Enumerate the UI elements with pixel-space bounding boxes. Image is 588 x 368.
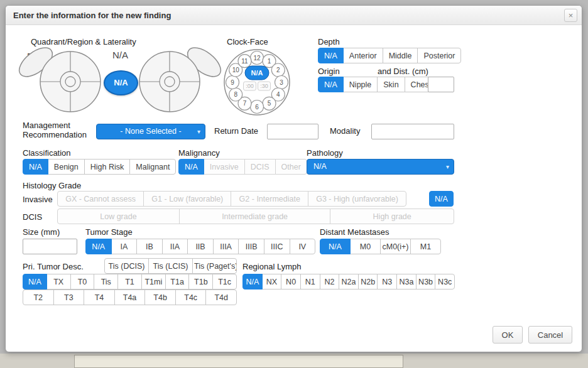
distant-metastases-option[interactable]: N/A bbox=[320, 239, 351, 254]
invasive-na-button[interactable]: N/A bbox=[429, 191, 454, 207]
tumor-desc-row1-option[interactable]: Tis bbox=[94, 274, 118, 290]
clock-hour-8[interactable]: 8 bbox=[229, 88, 242, 101]
invasive-grade-option[interactable]: GX - Cannot assess bbox=[57, 191, 144, 207]
distance-input[interactable] bbox=[428, 77, 454, 92]
tumor-desc-row1-option[interactable]: T1 bbox=[117, 274, 142, 290]
malignancy-option[interactable]: DCIS bbox=[244, 159, 276, 175]
svg-text:8: 8 bbox=[234, 91, 237, 98]
tumor-desc-row2-option[interactable]: T4b bbox=[144, 290, 176, 305]
clock-minutes-30-button[interactable]: :30 bbox=[258, 82, 271, 90]
regional-lymph-option[interactable]: N0 bbox=[281, 274, 301, 290]
tumor-desc-row2-option[interactable]: T4c bbox=[175, 290, 207, 305]
tumor-stage-option[interactable]: IIIB bbox=[238, 239, 264, 254]
malignancy-option[interactable]: N/A bbox=[178, 159, 204, 175]
distant-metastases-option[interactable]: M1 bbox=[410, 239, 441, 254]
regional-lymph-option[interactable]: N3c bbox=[435, 274, 455, 290]
tumor-desc-row1-option[interactable]: T1mi bbox=[141, 274, 166, 290]
tumor-desc-row2-option[interactable]: T4 bbox=[84, 290, 115, 305]
tumor-desc-row1-option[interactable]: T1b bbox=[188, 274, 213, 290]
return-date-input[interactable] bbox=[267, 124, 318, 139]
malignancy-option[interactable]: Invasive bbox=[204, 159, 245, 175]
clock-hour-9[interactable]: 9 bbox=[226, 76, 239, 89]
tumor-stage-option[interactable]: IV bbox=[290, 239, 316, 254]
tumor-desc-row1-option[interactable]: T1c bbox=[212, 274, 237, 290]
depth-option[interactable]: N/A bbox=[318, 48, 344, 63]
tis-option[interactable]: Tis (LCIS) bbox=[148, 258, 193, 274]
malignancy-option[interactable]: Other bbox=[275, 159, 307, 175]
tumor-stage-option[interactable]: N/A bbox=[85, 239, 112, 254]
tumor-stage-option[interactable]: IIIA bbox=[213, 239, 239, 254]
dialog-header[interactable]: Enter the information for the new findin… bbox=[6, 6, 582, 25]
regional-lymph-option[interactable]: N3b bbox=[416, 274, 436, 290]
regional-lymph-option[interactable]: N2a bbox=[339, 274, 359, 290]
clock-hour-6[interactable]: 6 bbox=[251, 100, 264, 114]
tumor-desc-row1-option[interactable]: N/A bbox=[23, 274, 47, 290]
regional-lymph-option[interactable]: N/A bbox=[242, 274, 263, 290]
tumor-desc-row1-option[interactable]: TX bbox=[46, 274, 71, 290]
dcis-grade-option[interactable]: Low grade bbox=[57, 208, 180, 224]
depth-option[interactable]: Anterior bbox=[343, 48, 383, 63]
tumor-stage-option[interactable]: IIA bbox=[162, 239, 188, 254]
management-recommendation-dropdown[interactable]: - None Selected - ▾ bbox=[96, 124, 205, 139]
dcis-grade-option[interactable]: High grade bbox=[330, 208, 454, 224]
tumor-stage-option[interactable]: IIB bbox=[187, 239, 214, 254]
regional-lymph-option[interactable]: N3a bbox=[396, 274, 416, 290]
clock-hour-5[interactable]: 5 bbox=[263, 97, 276, 110]
regional-lymph-option[interactable]: N3 bbox=[377, 274, 397, 290]
laterality-na-button[interactable]: N/A bbox=[104, 70, 138, 95]
origin-option[interactable]: N/A bbox=[318, 77, 344, 92]
clock-face-diagram: 12 1 2 3 4 5 6 7 8 9 10 11 :00 :30 N/A bbox=[222, 47, 291, 117]
classification-option[interactable]: N/A bbox=[23, 159, 48, 175]
histology-grade-label: Histology Grade bbox=[23, 181, 81, 190]
tumor-stage-label: Tumor Stage bbox=[85, 227, 133, 237]
distant-metastases-option[interactable]: M0 bbox=[350, 239, 381, 254]
tis-option[interactable]: Tis (Paget's) bbox=[192, 258, 237, 274]
tumor-stage-option[interactable]: IIIC bbox=[264, 239, 290, 254]
left-breast-diagram[interactable] bbox=[139, 42, 224, 112]
svg-text:11: 11 bbox=[241, 58, 248, 65]
chevron-down-icon: ▾ bbox=[446, 160, 449, 174]
chevron-down-icon: ▾ bbox=[197, 124, 200, 139]
invasive-grade-option[interactable]: G1 - Low (favorable) bbox=[143, 191, 231, 207]
depth-option[interactable]: Middle bbox=[383, 48, 418, 63]
svg-text::30: :30 bbox=[260, 83, 268, 89]
distant-metastases-option[interactable]: cM0(i+) bbox=[380, 239, 411, 254]
regional-lymph-option[interactable]: N2 bbox=[320, 274, 340, 290]
cancel-button[interactable]: Cancel bbox=[528, 326, 572, 344]
tumor-desc-row1-option[interactable]: T1a bbox=[165, 274, 190, 290]
clock-hour-2[interactable]: 2 bbox=[271, 63, 285, 77]
invasive-label: Invasive bbox=[23, 195, 53, 204]
regional-lymph-option[interactable]: N2b bbox=[358, 274, 378, 290]
tumor-desc-row1-option[interactable]: T0 bbox=[70, 274, 95, 290]
classification-option[interactable]: Malignant bbox=[129, 159, 176, 175]
regional-lymph-option[interactable]: N1 bbox=[300, 274, 320, 290]
classification-option[interactable]: Benign bbox=[48, 159, 85, 175]
ok-button[interactable]: OK bbox=[493, 326, 523, 344]
dcis-grade-option[interactable]: Intermediate grade bbox=[179, 208, 330, 224]
distant-metastases-label: Distant Metastases bbox=[320, 227, 389, 237]
tumor-stage-option[interactable]: IB bbox=[136, 239, 163, 254]
pathology-dropdown[interactable]: N/A ▾ bbox=[307, 159, 454, 175]
clock-na-button[interactable]: N/A bbox=[245, 66, 269, 80]
origin-option[interactable]: Skin bbox=[377, 77, 405, 92]
depth-option[interactable]: Posterior bbox=[417, 48, 461, 63]
tis-option[interactable]: Tis (DCIS) bbox=[104, 258, 149, 274]
size-input[interactable] bbox=[23, 239, 77, 254]
clock-hour-11[interactable]: 11 bbox=[238, 55, 251, 68]
close-button[interactable]: × bbox=[564, 9, 577, 22]
tumor-desc-row2-option[interactable]: T3 bbox=[53, 290, 85, 305]
modality-input[interactable] bbox=[371, 124, 454, 139]
clock-hour-12[interactable]: 12 bbox=[251, 51, 264, 65]
tumor-desc-row2-option[interactable]: T4d bbox=[205, 290, 237, 305]
tumor-desc-row2-option[interactable]: T4a bbox=[114, 290, 146, 305]
origin-option[interactable]: Nipple bbox=[343, 77, 378, 92]
clock-hour-3[interactable]: 3 bbox=[275, 76, 288, 89]
regional-lymph-option[interactable]: NX bbox=[262, 274, 282, 290]
invasive-grade-option[interactable]: G3 - High (unfavorable) bbox=[308, 191, 406, 207]
classification-option[interactable]: High Risk bbox=[84, 159, 131, 175]
new-finding-dialog: Enter the information for the new findin… bbox=[5, 5, 582, 352]
tumor-desc-row2-option[interactable]: T2 bbox=[23, 290, 54, 305]
tumor-stage-option[interactable]: IA bbox=[111, 239, 138, 254]
invasive-grade-option[interactable]: G2 - Intermediate bbox=[231, 191, 308, 207]
clock-minutes-00-button[interactable]: :00 bbox=[244, 82, 256, 90]
